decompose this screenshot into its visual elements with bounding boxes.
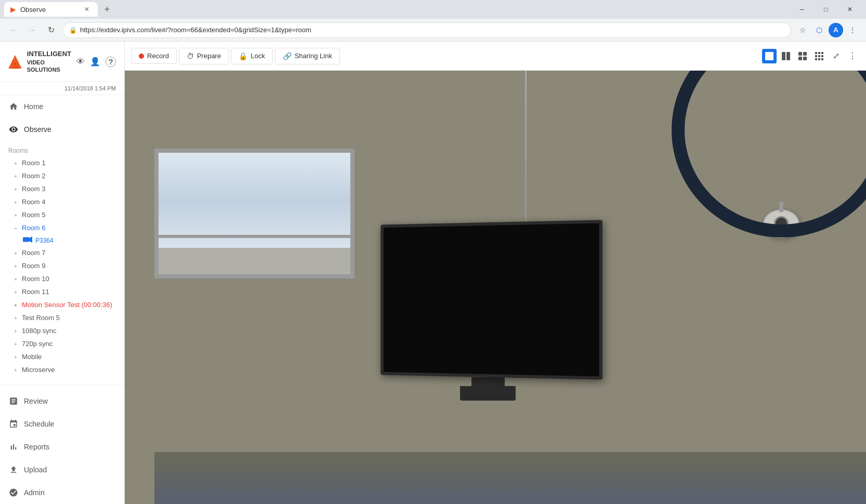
view-9grid-button[interactable] <box>812 49 826 63</box>
record-dot <box>139 54 144 59</box>
svg-rect-2 <box>13 64 17 68</box>
prepare-icon: ⏱ <box>187 52 194 60</box>
prepare-label: Prepare <box>197 52 221 60</box>
sidebar-item-observe[interactable]: Observe <box>0 118 124 141</box>
rooms-header: Rooms <box>0 145 124 156</box>
forward-button[interactable]: → <box>25 23 40 37</box>
sharing-link-button[interactable]: 🔗 Sharing Link <box>275 48 340 64</box>
expand-button[interactable]: ⤢ <box>829 49 843 63</box>
plus-icon: + <box>12 289 19 295</box>
sidebar-item-home[interactable]: Home <box>0 95 124 118</box>
sidebar-item-room3[interactable]: + Room 3 <box>0 182 124 195</box>
help-icon[interactable]: ? <box>106 57 116 67</box>
sidebar-item-1080p[interactable]: + 1080p sync <box>0 324 124 337</box>
more-options-button[interactable]: ⋮ <box>845 49 860 63</box>
sidebar-item-room4[interactable]: + Room 4 <box>0 195 124 208</box>
lock-icon: 🔒 <box>239 52 247 60</box>
sidebar-item-schedule[interactable]: Schedule <box>0 413 124 435</box>
video-content <box>125 71 866 504</box>
sidebar-item-label-review: Review <box>24 397 48 405</box>
sidebar-item-p3364[interactable]: P3364 <box>0 234 124 246</box>
svg-rect-17 <box>821 55 823 57</box>
observe-icon <box>8 124 19 135</box>
logo-icon <box>8 54 22 70</box>
room6-label: Room 6 <box>22 224 46 232</box>
address-bar[interactable]: 🔒 https://extdev.ipivs.com/live#/?room=6… <box>62 22 791 38</box>
view-4grid-button[interactable] <box>795 49 810 63</box>
sidebar-item-room7[interactable]: + Room 7 <box>0 246 124 259</box>
plus-icon: + <box>12 199 19 205</box>
lock-label: Lock <box>251 52 265 60</box>
sidebar-item-label-home: Home <box>24 102 43 111</box>
svg-marker-4 <box>29 236 32 243</box>
reload-button[interactable]: ↻ <box>44 23 58 37</box>
prepare-button[interactable]: ⏱ Prepare <box>179 48 229 64</box>
sidebar-item-label-upload: Upload <box>24 466 47 474</box>
menu-button[interactable]: ⋮ <box>845 23 860 37</box>
sidebar-item-room2[interactable]: + Room 2 <box>0 169 124 182</box>
schedule-icon <box>8 419 19 429</box>
main-content: Record ⏱ Prepare 🔒 Lock 🔗 Sharing Link <box>125 42 866 504</box>
review-icon <box>8 396 19 406</box>
window-glass <box>159 153 350 274</box>
maximize-button[interactable]: □ <box>814 0 838 19</box>
record-button[interactable]: Record <box>131 48 177 64</box>
sidebar-item-label-observe: Observe <box>24 125 51 134</box>
user-icon[interactable]: 👤 <box>90 57 100 67</box>
sidebar-item-admin[interactable]: Admin <box>0 481 124 504</box>
sidebar-item-room10[interactable]: + Room 10 <box>0 272 124 285</box>
sidebar-item-mobile[interactable]: + Mobile <box>0 350 124 363</box>
tv-base <box>471 377 505 387</box>
sidebar-item-room11[interactable]: + Room 11 <box>0 285 124 298</box>
sidebar-item-room9[interactable]: + Room 9 <box>0 259 124 272</box>
minus-icon: − <box>12 225 19 231</box>
plus-icon: + <box>12 367 19 373</box>
svg-rect-10 <box>798 57 802 60</box>
sidebar-item-microserve[interactable]: + Microserve <box>0 363 124 376</box>
eye-icon[interactable]: 👁 <box>76 57 85 67</box>
plus-icon: + <box>12 341 19 347</box>
upload-icon <box>8 465 19 475</box>
url-text: https://extdev.ipivs.com/live#/?room=66&… <box>80 26 311 34</box>
browser-titlebar: ▶ Observe ✕ + ─ □ ✕ <box>0 0 866 19</box>
sidebar-item-room6[interactable]: − Room 6 <box>0 221 124 234</box>
back-button[interactable]: ← <box>6 23 21 37</box>
view-1grid-button[interactable] <box>762 49 777 63</box>
sidebar-item-reports[interactable]: Reports <box>0 435 124 458</box>
sidebar-item-room5[interactable]: + Room 5 <box>0 208 124 221</box>
microserve-label: Microserve <box>22 366 55 374</box>
minimize-button[interactable]: ─ <box>790 0 814 19</box>
browser-tab[interactable]: ▶ Observe ✕ <box>4 2 98 17</box>
sidebar-item-720p[interactable]: + 720p sync <box>0 337 124 350</box>
new-tab-button[interactable]: + <box>100 2 114 17</box>
room4-label: Room 4 <box>22 198 46 206</box>
sidebar: INTELLIGENT VIDEO SOLUTIONS 👁 👤 ? 11/14/… <box>0 42 125 504</box>
plus-icon: + <box>12 263 19 269</box>
sidebar-item-review[interactable]: Review <box>0 390 124 413</box>
sidebar-item-test-room5[interactable]: + Test Room 5 <box>0 311 124 324</box>
star-icon[interactable]: ☆ <box>795 23 810 37</box>
rooms-section: Rooms + Room 1 + Room 2 + Room 3 + Room … <box>0 141 124 380</box>
sidebar-item-motion-sensor[interactable]: + Motion Sensor Test (00:00:36) <box>0 298 124 311</box>
view-2grid-button[interactable] <box>779 49 793 63</box>
plus-icon: + <box>12 354 19 360</box>
lock-button[interactable]: 🔒 Lock <box>231 48 272 64</box>
sidebar-logo: INTELLIGENT VIDEO SOLUTIONS 👁 👤 ? <box>0 42 124 82</box>
admin-icon <box>8 487 19 498</box>
room5-label: Room 5 <box>22 211 46 219</box>
svg-rect-11 <box>803 57 807 60</box>
window-element <box>154 149 355 278</box>
sidebar-item-room1[interactable]: + Room 1 <box>0 156 124 169</box>
tab-title: Observe <box>20 6 46 14</box>
sidebar-item-upload[interactable]: Upload <box>0 458 124 481</box>
plus-icon: + <box>12 160 19 166</box>
extension-icon[interactable]: ⬡ <box>812 23 826 37</box>
close-button[interactable]: ✕ <box>838 0 862 19</box>
tab-close-button[interactable]: ✕ <box>82 5 91 14</box>
window-divider <box>159 235 350 238</box>
home-icon <box>8 101 19 112</box>
profile-button[interactable]: A <box>829 23 843 37</box>
svg-rect-8 <box>798 52 802 56</box>
svg-rect-18 <box>815 58 817 60</box>
svg-rect-16 <box>818 55 820 57</box>
